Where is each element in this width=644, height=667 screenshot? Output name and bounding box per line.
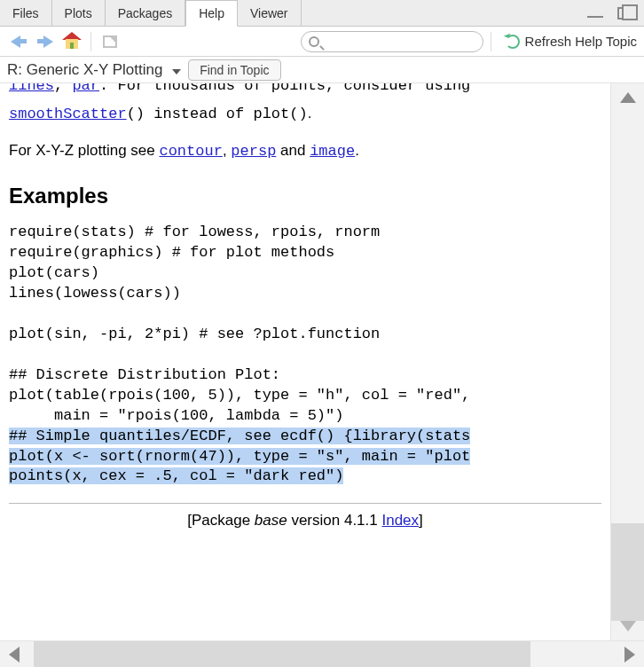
help-toolbar: Refresh Help Topic xyxy=(0,27,644,57)
example-code-selected[interactable]: ## Simple quantiles/ECDF, see ecdf() {li… xyxy=(9,427,601,488)
topic-dropdown-icon xyxy=(172,69,181,75)
vertical-scrollbar[interactable] xyxy=(610,83,644,640)
minimize-pane-icon[interactable] xyxy=(584,2,607,25)
scroll-right-arrow-icon[interactable] xyxy=(624,647,635,663)
toolbar-divider xyxy=(90,32,91,51)
pane-tabbar: Files Plots Packages Help Viewer xyxy=(0,0,644,27)
topic-row: R: Generic X-Y Plotting Find in Topic xyxy=(0,57,644,83)
search-icon xyxy=(309,36,319,47)
help-search-field[interactable] xyxy=(323,34,475,49)
footer-package-name: base xyxy=(255,512,287,529)
examples-heading: Examples xyxy=(9,182,601,210)
refresh-help-label: Refresh Help Topic xyxy=(525,34,637,49)
help-text: . For thousands of points, consider usin… xyxy=(99,83,470,94)
scroll-left-arrow-icon[interactable] xyxy=(9,647,20,663)
horizontal-scrollbar[interactable] xyxy=(0,640,644,667)
home-button[interactable] xyxy=(60,30,83,53)
help-text: and xyxy=(276,142,310,159)
tab-help[interactable]: Help xyxy=(185,0,238,27)
topic-title[interactable]: R: Generic X-Y Plotting xyxy=(7,61,181,79)
help-text: . xyxy=(308,105,312,122)
footer-separator xyxy=(9,503,601,504)
tab-packages[interactable]: Packages xyxy=(106,0,185,26)
help-text: For X-Y-Z plotting see xyxy=(9,142,159,159)
forward-button[interactable] xyxy=(34,30,57,53)
footer-text: version 4.1.1 xyxy=(287,512,382,529)
link-persp[interactable]: persp xyxy=(231,143,276,160)
maximize-pane-icon[interactable] xyxy=(612,2,635,25)
vertical-scroll-thumb[interactable] xyxy=(611,523,644,621)
refresh-help-button[interactable]: Refresh Help Topic xyxy=(506,34,637,49)
toolbar-divider-2 xyxy=(491,32,491,51)
help-code-inline: plot() xyxy=(253,106,307,122)
tab-plots[interactable]: Plots xyxy=(52,0,106,26)
back-button[interactable] xyxy=(7,30,30,53)
help-text: () instead of xyxy=(127,106,254,122)
example-code-block[interactable]: require(stats) # for lowess, rpois, rnor… xyxy=(9,223,601,426)
footer-text: [Package xyxy=(187,512,255,529)
link-image[interactable]: image xyxy=(310,143,355,160)
help-text-line: smoothScatter() instead of plot(). xyxy=(9,104,601,125)
horizontal-scroll-thumb[interactable] xyxy=(34,641,530,667)
tab-files[interactable]: Files xyxy=(0,0,52,26)
selected-text: ## Simple quantiles/ECDF, see ecdf() {li… xyxy=(9,428,470,485)
help-content: lines, par. For thousands of points, con… xyxy=(0,83,610,640)
horizontal-scroll-track[interactable] xyxy=(28,641,624,667)
help-paragraph: For X-Y-Z plotting see contour, persp an… xyxy=(9,141,601,162)
package-footer: [Package base version 4.1.1 Index] xyxy=(9,511,601,531)
footer-text: ] xyxy=(419,512,423,529)
show-in-new-window-button[interactable] xyxy=(98,30,122,53)
topic-title-text: R: Generic X-Y Plotting xyxy=(7,61,162,78)
scroll-down-arrow-icon[interactable] xyxy=(620,621,636,632)
tab-viewer[interactable]: Viewer xyxy=(238,0,302,26)
link-lines[interactable]: lines xyxy=(9,83,54,94)
link-package-index[interactable]: Index xyxy=(381,512,419,529)
help-text-fragment: lines, par. For thousands of points, con… xyxy=(9,83,601,97)
find-in-topic-button[interactable]: Find in Topic xyxy=(188,59,280,81)
link-smoothscatter[interactable]: smoothScatter xyxy=(9,106,127,122)
link-par[interactable]: par xyxy=(72,83,99,94)
link-contour[interactable]: contour xyxy=(159,143,222,160)
scroll-up-arrow-icon[interactable] xyxy=(620,92,636,103)
refresh-icon xyxy=(506,35,520,49)
help-search-input[interactable] xyxy=(301,31,483,52)
